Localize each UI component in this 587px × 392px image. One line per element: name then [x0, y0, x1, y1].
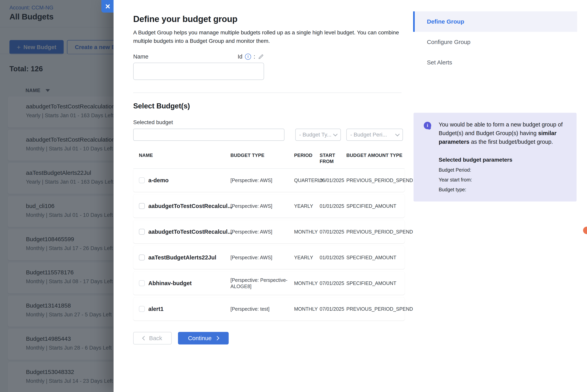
cell-name: alert1: [148, 306, 230, 312]
back-button[interactable]: Back: [133, 332, 172, 344]
filter-row: - Budget Ty... - Budget Peri...: [133, 129, 405, 141]
cell-start-from: 07/01/2025: [320, 229, 346, 235]
name-field-row: Name Id :: [133, 54, 264, 60]
cell-name: aabudgetToTestCostRecalcul...: [148, 228, 230, 235]
name-label: Name: [133, 54, 148, 60]
step-configure-group[interactable]: Configure Group: [413, 32, 577, 52]
drawer-description: A Budget Group helps you manage multiple…: [133, 28, 408, 45]
continue-button[interactable]: Continue: [178, 332, 229, 344]
param-year-start-from: Year start from:: [439, 177, 565, 183]
cell-budget-amount-type: SPECIFIED_AMOUNT: [346, 255, 405, 260]
column-header-period: PERIOD: [294, 152, 320, 158]
group-name-input[interactable]: [133, 63, 264, 80]
row-checkbox[interactable]: [139, 280, 145, 286]
budget-period-select[interactable]: - Budget Peri...: [346, 129, 403, 141]
row-checkbox[interactable]: [139, 203, 145, 209]
cell-budget-type: [Perspective: AWS]: [230, 203, 294, 209]
table-row: aaTestBudgetAlerts22Jul [Perspective: AW…: [133, 246, 405, 269]
cell-budget-type: [Perspective: AWS]: [230, 177, 294, 184]
id-separator: :: [254, 54, 255, 60]
cell-period: MONTHLY: [294, 229, 320, 235]
step-label: Set Alerts: [427, 59, 452, 66]
info-icon[interactable]: [245, 54, 251, 60]
row-checkbox[interactable]: [139, 229, 145, 235]
info-panel: You would be able to form a new budget g…: [414, 113, 576, 202]
step-label: Configure Group: [427, 39, 470, 45]
cell-budget-amount-type: PREVIOUS_PERIOD_SPEND: [346, 229, 413, 235]
cell-name: aaTestBudgetAlerts22Jul: [148, 254, 230, 261]
close-icon: [104, 3, 110, 9]
step-label: Define Group: [427, 18, 464, 25]
cell-period: MONTHLY: [294, 306, 320, 312]
cell-start-from: 07/01/2025: [320, 280, 346, 286]
drawer-title: Define your budget group: [133, 14, 405, 24]
selected-budget-input[interactable]: [133, 129, 284, 141]
cell-budget-type: [Perspective: Perspective-ALOGE8]: [230, 277, 294, 290]
table-row: aabudgetToTestCostRecalcul... [Perspecti…: [133, 194, 405, 218]
section-divider: [133, 92, 402, 93]
param-budget-type: Budget type:: [439, 187, 565, 192]
cell-budget-amount-type: SPECIFIED_AMOUNT: [346, 280, 405, 286]
selected-budget-label: Selected budget: [133, 119, 405, 126]
step-set-alerts[interactable]: Set Alerts: [413, 52, 577, 73]
cell-period: YEARLY: [294, 203, 320, 209]
table-row: a-demo [Perspective: AWS] QUARTERLY 06/0…: [133, 169, 405, 192]
cell-name: a-demo: [148, 177, 230, 184]
chevron-down-icon: [395, 132, 400, 136]
cell-budget-amount-type: PREVIOUS_PERIOD_SPEND: [346, 306, 413, 312]
row-checkbox[interactable]: [139, 254, 145, 260]
table-row: Abhinav-budget [Perspective: Perspective…: [133, 272, 405, 295]
wizard-stepper: Define Group Configure Group Set Alerts: [413, 12, 577, 73]
column-header-budget-amount-type: BUDGET AMOUNT TYPE: [346, 152, 405, 158]
budget-table: NAME BUDGET TYPE PERIOD START FROM BUDGE…: [133, 152, 405, 320]
info-text: You would be able to form a new budget g…: [439, 120, 565, 146]
cell-budget-type: [Perspective: test]: [230, 306, 294, 312]
table-header-row: NAME BUDGET TYPE PERIOD START FROM BUDGE…: [133, 152, 405, 169]
cell-budget-type: [Perspective: AWS]: [230, 254, 294, 260]
edit-pencil-icon[interactable]: [258, 54, 264, 60]
cell-start-from: 01/01/2025: [320, 255, 346, 260]
budget-group-drawer: Define your budget group A Budget Group …: [114, 0, 587, 392]
row-checkbox[interactable]: [139, 306, 145, 312]
cell-name: Abhinav-budget: [148, 280, 230, 286]
cell-start-from: 07/01/2025: [320, 306, 346, 312]
select-budgets-heading: Select Budget(s): [133, 102, 405, 110]
cell-budget-amount-type: PREVIOUS_PERIOD_SPEND: [346, 178, 413, 183]
id-group: Id :: [238, 54, 264, 60]
cell-budget-amount-type: SPECIFIED_AMOUNT: [346, 203, 405, 209]
cell-start-from: 06/01/2025: [320, 178, 346, 183]
drawer-footer: Back Continue: [133, 332, 405, 344]
cell-period: MONTHLY: [294, 280, 320, 286]
table-row: alert1 [Perspective: test] MONTHLY 07/01…: [133, 297, 405, 320]
continue-label: Continue: [188, 335, 212, 342]
close-button[interactable]: [101, 0, 114, 12]
chevron-down-icon: [333, 132, 338, 136]
budget-type-select-value: - Budget Ty...: [299, 132, 332, 138]
cell-start-from: 01/01/2025: [320, 203, 346, 209]
column-header-budget-type: BUDGET TYPE: [230, 152, 294, 158]
screen: Account: CCM-NG All Budgets + New Budget…: [0, 0, 587, 392]
row-checkbox[interactable]: [139, 177, 145, 183]
cell-period: QUARTERLY: [294, 178, 320, 183]
back-label: Back: [149, 335, 162, 342]
table-row: aabudgetToTestCostRecalcul... [Perspecti…: [133, 220, 405, 243]
info-bubble-icon: [424, 122, 431, 129]
chevron-left-icon: [142, 336, 146, 340]
cell-period: YEARLY: [294, 255, 320, 260]
id-label: Id: [238, 54, 242, 60]
param-budget-period: Budget Period:: [439, 167, 565, 173]
step-define-group[interactable]: Define Group: [413, 12, 577, 32]
drawer-main: Define your budget group A Budget Group …: [133, 0, 405, 344]
column-header-name: NAME: [139, 152, 230, 158]
budget-type-select[interactable]: - Budget Ty...: [295, 129, 341, 141]
column-header-start-from: START FROM: [320, 152, 346, 164]
selected-budget-parameters-heading: Selected budget parameters: [439, 157, 565, 163]
budget-period-select-value: - Budget Peri...: [350, 132, 387, 138]
cell-budget-type: [Perspective: AWS]: [230, 228, 294, 235]
chevron-right-icon: [215, 336, 220, 340]
cell-name: aabudgetToTestCostRecalcul...: [148, 203, 230, 209]
